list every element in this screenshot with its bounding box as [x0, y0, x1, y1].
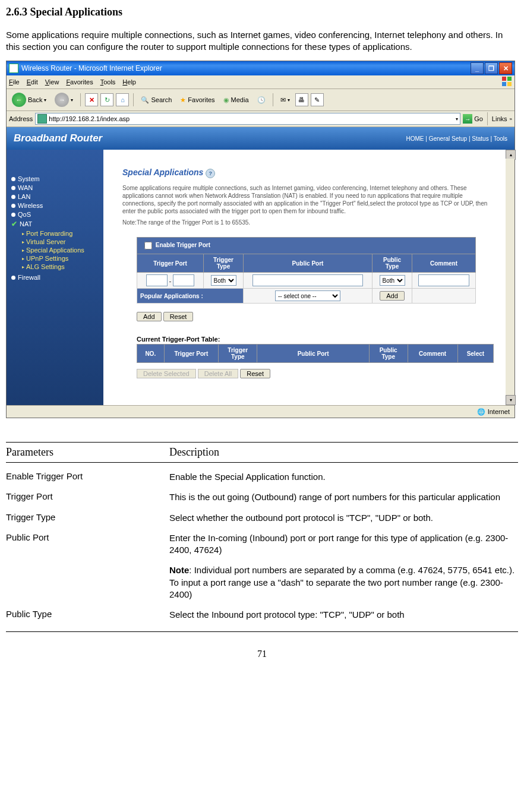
- sidebar-item-wireless[interactable]: Wireless: [11, 202, 103, 209]
- router-banner: Broadband Router HOME | General Setup | …: [7, 127, 514, 150]
- home-icon: ⌂: [121, 96, 125, 103]
- window-titlebar: Wireless Router - Microsoft Internet Exp…: [7, 61, 514, 75]
- edit-icon: ✎: [314, 96, 320, 104]
- sidebar-sublabel: ALG Settings: [26, 263, 65, 270]
- comment-input[interactable]: [418, 274, 469, 286]
- sidebar-item-lan[interactable]: LAN: [11, 193, 103, 200]
- content-area: System WAN LAN Wireless QoS ✔NAT ▸Port F…: [7, 150, 514, 405]
- delete-all-button[interactable]: Delete All: [198, 369, 238, 378]
- address-input[interactable]: http://192.168.2.1/index.asp ▾: [35, 113, 460, 125]
- mail-button[interactable]: ✉▾: [277, 95, 293, 105]
- pane-note: Note:The range of the Trigger Port is 1 …: [122, 219, 494, 226]
- th-public-port: Public Port: [244, 254, 373, 273]
- svg-rect-3: [507, 82, 512, 86]
- forward-button[interactable]: → ▾: [52, 91, 76, 108]
- param-desc: Enter the In-coming (Inbound) port or po…: [169, 532, 518, 557]
- go-label: Go: [474, 115, 483, 122]
- intro-paragraph: Some applications require multiple conne…: [6, 29, 518, 52]
- sidebar-item-system[interactable]: System: [11, 175, 103, 182]
- favorites-button[interactable]: ★ Favorites: [177, 95, 217, 105]
- param-desc: Enable the Special Application function.: [169, 471, 518, 483]
- th-no: NO.: [137, 345, 165, 363]
- check-icon: ✔: [11, 220, 17, 228]
- trigger-port-from-input[interactable]: [146, 274, 168, 286]
- banner-nav[interactable]: HOME | General Setup | Status | Tools: [406, 135, 507, 142]
- param-name: Trigger Port: [6, 491, 169, 503]
- add-button[interactable]: Add: [137, 312, 162, 321]
- sidebar-subitem-virtualserver[interactable]: ▸Virtual Server: [22, 238, 103, 245]
- sidebar-label: QoS: [18, 211, 31, 218]
- minimize-button[interactable]: _: [471, 62, 484, 74]
- separator: [133, 93, 134, 106]
- print-button[interactable]: 🖶: [295, 93, 308, 106]
- links-label[interactable]: Links: [492, 115, 507, 122]
- menu-help[interactable]: Help: [122, 78, 136, 86]
- search-label: Search: [151, 96, 172, 103]
- search-button[interactable]: 🔍 Search: [138, 95, 175, 105]
- trigger-port-to-input[interactable]: [173, 274, 194, 286]
- sidebar-label: LAN: [18, 193, 30, 200]
- sidebar-subitem-portforwarding[interactable]: ▸Port Forwarding: [22, 230, 103, 237]
- info-icon[interactable]: ?: [206, 169, 215, 178]
- star-icon: ★: [180, 96, 186, 104]
- menu-favorites[interactable]: Favorites: [66, 78, 93, 86]
- history-button[interactable]: 🕓: [254, 95, 269, 105]
- th-comment: Comment: [412, 254, 476, 273]
- public-type-select[interactable]: Both: [380, 275, 405, 286]
- sidebar-item-wan[interactable]: WAN: [11, 184, 103, 191]
- separator: [273, 93, 273, 106]
- address-bar: Address http://192.168.2.1/index.asp ▾ →…: [7, 111, 514, 127]
- sidebar-subitem-specialapplications[interactable]: ▸Special Applications: [22, 247, 103, 254]
- scrollbar[interactable]: ▴ ▾: [506, 150, 514, 405]
- sidebar-item-nat[interactable]: ✔NAT: [11, 220, 103, 228]
- separator: [487, 112, 488, 125]
- sidebar-subitem-upnp[interactable]: ▸UPnP Settings: [22, 255, 103, 262]
- param-desc: Select whether the outbound port protoco…: [169, 512, 518, 524]
- search-icon: 🔍: [141, 96, 149, 104]
- trigger-type-select[interactable]: Both: [211, 275, 236, 286]
- menu-file[interactable]: File: [9, 78, 20, 86]
- sidebar-item-firewall[interactable]: Firewall: [11, 274, 103, 281]
- popular-apps-select[interactable]: -- select one --: [275, 290, 340, 301]
- toolbar: ← Back ▾ → ▾ ✕ ↻ ⌂ 🔍 Search ★ Favorites …: [7, 89, 514, 111]
- address-label: Address: [9, 115, 33, 122]
- refresh-button[interactable]: ↻: [100, 93, 113, 106]
- scroll-down-icon[interactable]: ▾: [506, 395, 516, 405]
- public-port-input[interactable]: [252, 274, 363, 286]
- go-button[interactable]: → Go: [463, 114, 483, 124]
- forward-icon: →: [55, 93, 69, 107]
- chevron-down-icon[interactable]: ▾: [456, 116, 458, 122]
- reset-table-button[interactable]: Reset: [240, 369, 270, 378]
- menu-tools[interactable]: Tools: [100, 78, 116, 86]
- param-row: Public Port Enter the In-coming (Inbound…: [6, 532, 518, 557]
- edit-button[interactable]: ✎: [311, 93, 324, 106]
- media-button[interactable]: ◉ Media: [220, 95, 252, 105]
- history-icon: 🕓: [257, 96, 266, 104]
- stop-button[interactable]: ✕: [85, 93, 98, 106]
- sidebar-label: Wireless: [18, 202, 43, 209]
- maximize-button[interactable]: ❐: [485, 62, 498, 74]
- menubar: File Edit View Favorites Tools Help: [7, 75, 514, 89]
- reset-button[interactable]: Reset: [163, 312, 194, 321]
- home-button[interactable]: ⌂: [116, 93, 129, 106]
- param-row: Note: Individual port numbers are separa…: [6, 564, 518, 601]
- media-icon: ◉: [223, 96, 229, 104]
- menu-view[interactable]: View: [45, 78, 59, 86]
- mail-icon: ✉: [280, 96, 286, 104]
- favorites-label: Favorites: [188, 96, 214, 103]
- th-select: Select: [457, 345, 493, 363]
- zone-label: Internet: [488, 408, 510, 415]
- sidebar-label: Firewall: [18, 274, 40, 281]
- close-button[interactable]: ✕: [499, 62, 512, 74]
- back-button[interactable]: ← Back ▾: [9, 91, 49, 108]
- sidebar-subitem-alg[interactable]: ▸ALG Settings: [22, 263, 103, 270]
- th-public-type: Public Type: [369, 345, 408, 363]
- menu-edit[interactable]: Edit: [27, 78, 38, 86]
- popular-add-button[interactable]: Add: [380, 291, 405, 301]
- sidebar-sublabel: Special Applications: [26, 247, 84, 254]
- app-icon: [9, 64, 18, 73]
- sidebar-item-qos[interactable]: QoS: [11, 211, 103, 218]
- enable-trigger-checkbox[interactable]: [144, 242, 152, 249]
- delete-selected-button[interactable]: Delete Selected: [137, 369, 196, 378]
- sidebar-label: NAT: [20, 220, 32, 228]
